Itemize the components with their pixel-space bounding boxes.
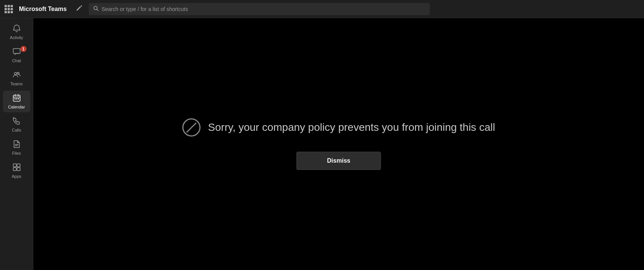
svg-rect-14	[13, 164, 16, 167]
main-content: Sorry, your company policy prevents you …	[33, 18, 644, 270]
dismiss-button[interactable]: Dismiss	[296, 152, 381, 170]
svg-point-3	[14, 72, 17, 75]
svg-rect-15	[17, 164, 20, 167]
phone-icon	[13, 117, 21, 126]
svg-rect-9	[14, 98, 16, 99]
chat-icon	[13, 47, 21, 57]
sidebar-item-apps-label: Apps	[12, 174, 21, 179]
sidebar-item-teams-label: Teams	[10, 82, 22, 86]
app-title: Microsoft Teams	[19, 6, 67, 13]
compose-icon[interactable]	[76, 5, 83, 13]
sidebar-item-activity-label: Activity	[10, 35, 23, 40]
file-icon	[13, 140, 21, 149]
svg-rect-2	[13, 49, 20, 53]
bell-icon	[13, 24, 21, 34]
svg-rect-11	[18, 98, 19, 99]
teams-icon	[13, 71, 21, 80]
top-bar: Microsoft Teams Search or type / for a l…	[0, 0, 644, 18]
sidebar-item-activity[interactable]: Activity	[3, 21, 30, 43]
error-message: Sorry, your company policy prevents you …	[208, 121, 495, 133]
svg-point-4	[17, 72, 19, 74]
sidebar-item-calendar-label: Calendar	[8, 105, 25, 109]
svg-rect-10	[16, 98, 17, 99]
sidebar-item-chat[interactable]: 1 Chat	[3, 44, 30, 66]
search-bar[interactable]: Search or type / for a list of shortcuts	[89, 3, 430, 15]
sidebar: Activity 1 Chat Team	[0, 18, 33, 270]
search-icon	[93, 6, 99, 12]
sidebar-item-calls[interactable]: Calls	[3, 114, 30, 135]
block-icon	[182, 118, 201, 137]
chat-badge: 1	[20, 46, 27, 52]
svg-line-1	[97, 9, 98, 11]
sidebar-item-apps[interactable]: Apps	[3, 160, 30, 182]
error-section: Sorry, your company policy prevents you …	[182, 118, 495, 137]
svg-rect-16	[13, 168, 16, 171]
sidebar-item-files-label: Files	[12, 151, 21, 155]
sidebar-item-calendar[interactable]: Calendar	[3, 91, 30, 112]
sidebar-item-files[interactable]: Files	[3, 137, 30, 159]
body-area: Activity 1 Chat Team	[0, 18, 644, 270]
sidebar-item-chat-label: Chat	[12, 58, 21, 63]
svg-rect-17	[17, 168, 20, 171]
sidebar-item-teams[interactable]: Teams	[3, 68, 30, 89]
waffle-menu[interactable]	[5, 5, 13, 13]
sidebar-item-calls-label: Calls	[12, 128, 21, 132]
calendar-icon	[13, 94, 21, 103]
search-placeholder: Search or type / for a list of shortcuts	[102, 6, 188, 12]
apps-icon	[13, 163, 21, 173]
